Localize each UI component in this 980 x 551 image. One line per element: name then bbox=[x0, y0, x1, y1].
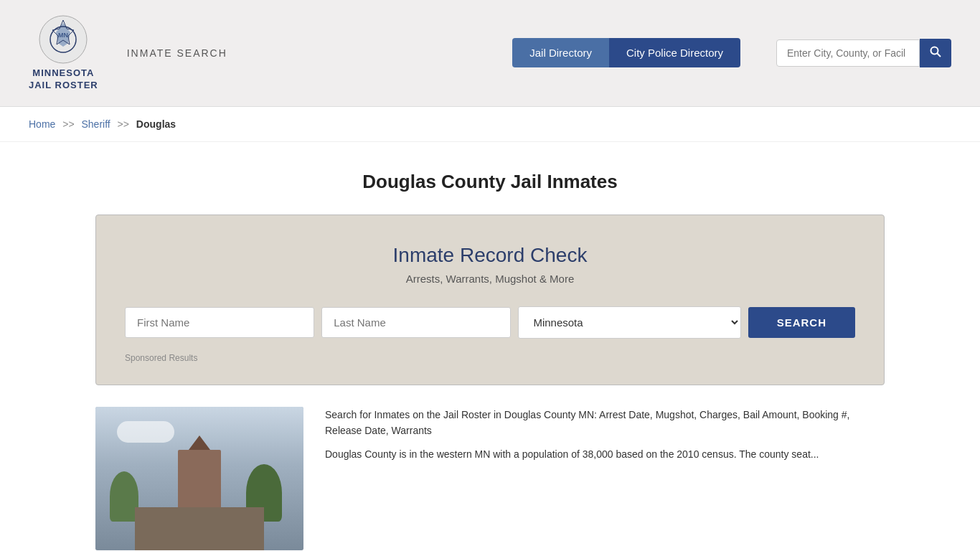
breadcrumb-current: Douglas bbox=[136, 118, 176, 130]
bottom-content: Search for Inmates on the Jail Roster in… bbox=[95, 407, 885, 551]
main-content: Douglas County Jail Inmates Inmate Recor… bbox=[0, 142, 980, 551]
nav-buttons: Jail Directory City Police Directory bbox=[512, 38, 740, 67]
record-check-box: Inmate Record Check Arrests, Warrants, M… bbox=[95, 215, 885, 385]
breadcrumb-sheriff[interactable]: Sheriff bbox=[82, 118, 110, 130]
breadcrumb: Home >> Sheriff >> Douglas bbox=[0, 107, 980, 142]
logo-text: MINNESOTA JAIL ROSTER bbox=[29, 67, 98, 92]
last-name-input[interactable] bbox=[321, 307, 511, 338]
page-title: Douglas County Jail Inmates bbox=[29, 171, 951, 193]
record-check-form: Minnesota Alabama Alaska Arizona Arkansa… bbox=[125, 306, 855, 339]
search-icon bbox=[930, 46, 941, 57]
state-select[interactable]: Minnesota Alabama Alaska Arizona Arkansa… bbox=[518, 306, 740, 339]
breadcrumb-sep-1: >> bbox=[62, 118, 74, 130]
building-image bbox=[95, 407, 303, 550]
record-check-subtitle: Arrests, Warrants, Mugshot & More bbox=[125, 273, 855, 285]
bottom-paragraph-1: Search for Inmates on the Jail Roster in… bbox=[325, 407, 885, 439]
svg-line-6 bbox=[938, 53, 941, 57]
sponsored-label: Sponsored Results bbox=[125, 353, 855, 363]
record-check-search-button[interactable]: SEARCH bbox=[748, 307, 855, 338]
bottom-paragraph-2: Douglas County is in the western MN with… bbox=[325, 446, 885, 462]
svg-point-5 bbox=[931, 47, 938, 54]
header-search-button[interactable] bbox=[920, 39, 951, 67]
record-check-title: Inmate Record Check bbox=[125, 244, 855, 267]
breadcrumb-sep-2: >> bbox=[118, 118, 129, 130]
inmate-search-label: INMATE SEARCH bbox=[127, 47, 227, 59]
logo-area: MN MINNESOTA JAIL ROSTER bbox=[29, 14, 98, 92]
city-police-directory-button[interactable]: City Police Directory bbox=[609, 38, 740, 67]
breadcrumb-home[interactable]: Home bbox=[29, 118, 55, 130]
header: MN MINNESOTA JAIL ROSTER INMATE SEARCH J… bbox=[0, 0, 980, 107]
header-search-area bbox=[776, 39, 951, 67]
bottom-text-area: Search for Inmates on the Jail Roster in… bbox=[325, 407, 885, 550]
first-name-input[interactable] bbox=[125, 307, 314, 338]
jail-directory-button[interactable]: Jail Directory bbox=[512, 38, 609, 67]
mn-logo-icon: MN bbox=[38, 14, 88, 65]
header-search-input[interactable] bbox=[776, 39, 920, 67]
